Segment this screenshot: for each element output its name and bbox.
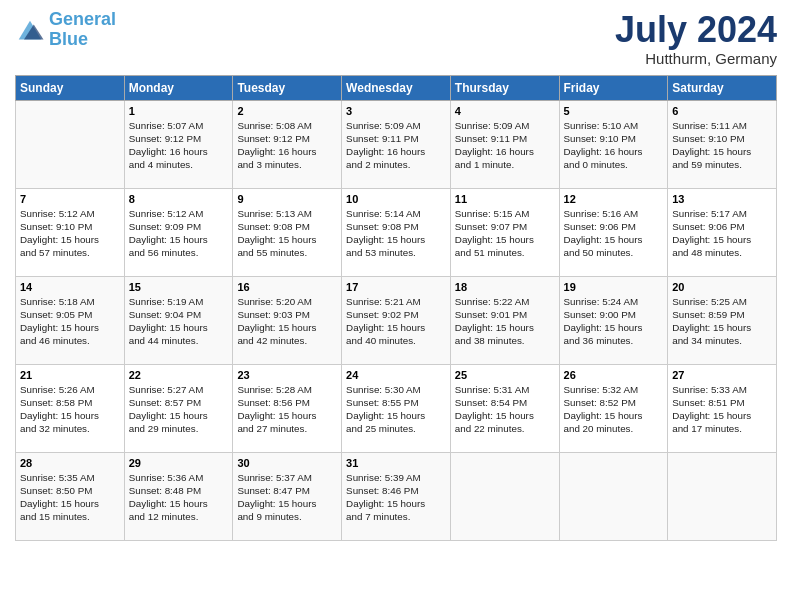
day-info: Sunrise: 5:21 AMSunset: 9:02 PMDaylight:…	[346, 295, 446, 348]
day-info: Sunrise: 5:31 AMSunset: 8:54 PMDaylight:…	[455, 383, 555, 436]
calendar-cell: 21Sunrise: 5:26 AMSunset: 8:58 PMDayligh…	[16, 364, 125, 452]
day-number: 21	[20, 369, 120, 381]
day-number: 8	[129, 193, 229, 205]
day-number: 30	[237, 457, 337, 469]
day-info: Sunrise: 5:15 AMSunset: 9:07 PMDaylight:…	[455, 207, 555, 260]
calendar-cell: 14Sunrise: 5:18 AMSunset: 9:05 PMDayligh…	[16, 276, 125, 364]
calendar-table: SundayMondayTuesdayWednesdayThursdayFrid…	[15, 75, 777, 541]
day-info: Sunrise: 5:17 AMSunset: 9:06 PMDaylight:…	[672, 207, 772, 260]
day-info: Sunrise: 5:14 AMSunset: 9:08 PMDaylight:…	[346, 207, 446, 260]
calendar-cell: 4Sunrise: 5:09 AMSunset: 9:11 PMDaylight…	[450, 100, 559, 188]
calendar-cell	[668, 452, 777, 540]
calendar-week-row: 7Sunrise: 5:12 AMSunset: 9:10 PMDaylight…	[16, 188, 777, 276]
calendar-cell: 22Sunrise: 5:27 AMSunset: 8:57 PMDayligh…	[124, 364, 233, 452]
calendar-cell: 28Sunrise: 5:35 AMSunset: 8:50 PMDayligh…	[16, 452, 125, 540]
day-number: 27	[672, 369, 772, 381]
calendar-cell: 20Sunrise: 5:25 AMSunset: 8:59 PMDayligh…	[668, 276, 777, 364]
calendar-cell: 7Sunrise: 5:12 AMSunset: 9:10 PMDaylight…	[16, 188, 125, 276]
page-container: General Blue July 2024 Hutthurm, Germany…	[0, 0, 792, 551]
day-info: Sunrise: 5:10 AMSunset: 9:10 PMDaylight:…	[564, 119, 664, 172]
day-number: 24	[346, 369, 446, 381]
day-info: Sunrise: 5:33 AMSunset: 8:51 PMDaylight:…	[672, 383, 772, 436]
day-info: Sunrise: 5:36 AMSunset: 8:48 PMDaylight:…	[129, 471, 229, 524]
calendar-cell: 26Sunrise: 5:32 AMSunset: 8:52 PMDayligh…	[559, 364, 668, 452]
day-number: 31	[346, 457, 446, 469]
day-number: 19	[564, 281, 664, 293]
day-number: 4	[455, 105, 555, 117]
month-title: July 2024	[615, 10, 777, 50]
day-info: Sunrise: 5:18 AMSunset: 9:05 PMDaylight:…	[20, 295, 120, 348]
day-info: Sunrise: 5:11 AMSunset: 9:10 PMDaylight:…	[672, 119, 772, 172]
day-number: 28	[20, 457, 120, 469]
weekday-header: Friday	[559, 75, 668, 100]
day-number: 11	[455, 193, 555, 205]
day-info: Sunrise: 5:27 AMSunset: 8:57 PMDaylight:…	[129, 383, 229, 436]
day-info: Sunrise: 5:20 AMSunset: 9:03 PMDaylight:…	[237, 295, 337, 348]
day-info: Sunrise: 5:13 AMSunset: 9:08 PMDaylight:…	[237, 207, 337, 260]
day-number: 22	[129, 369, 229, 381]
calendar-cell	[16, 100, 125, 188]
calendar-cell: 6Sunrise: 5:11 AMSunset: 9:10 PMDaylight…	[668, 100, 777, 188]
day-info: Sunrise: 5:28 AMSunset: 8:56 PMDaylight:…	[237, 383, 337, 436]
calendar-cell: 13Sunrise: 5:17 AMSunset: 9:06 PMDayligh…	[668, 188, 777, 276]
day-info: Sunrise: 5:07 AMSunset: 9:12 PMDaylight:…	[129, 119, 229, 172]
calendar-cell: 8Sunrise: 5:12 AMSunset: 9:09 PMDaylight…	[124, 188, 233, 276]
header: General Blue July 2024 Hutthurm, Germany	[15, 10, 777, 67]
day-info: Sunrise: 5:09 AMSunset: 9:11 PMDaylight:…	[455, 119, 555, 172]
weekday-header: Wednesday	[342, 75, 451, 100]
day-number: 23	[237, 369, 337, 381]
weekday-header: Saturday	[668, 75, 777, 100]
day-number: 14	[20, 281, 120, 293]
day-number: 2	[237, 105, 337, 117]
calendar-cell	[559, 452, 668, 540]
calendar-week-row: 21Sunrise: 5:26 AMSunset: 8:58 PMDayligh…	[16, 364, 777, 452]
calendar-cell: 29Sunrise: 5:36 AMSunset: 8:48 PMDayligh…	[124, 452, 233, 540]
day-number: 20	[672, 281, 772, 293]
logo-icon	[15, 15, 45, 45]
calendar-cell: 31Sunrise: 5:39 AMSunset: 8:46 PMDayligh…	[342, 452, 451, 540]
calendar-cell: 2Sunrise: 5:08 AMSunset: 9:12 PMDaylight…	[233, 100, 342, 188]
calendar-cell: 23Sunrise: 5:28 AMSunset: 8:56 PMDayligh…	[233, 364, 342, 452]
calendar-cell: 1Sunrise: 5:07 AMSunset: 9:12 PMDaylight…	[124, 100, 233, 188]
day-number: 12	[564, 193, 664, 205]
day-number: 16	[237, 281, 337, 293]
calendar-cell: 16Sunrise: 5:20 AMSunset: 9:03 PMDayligh…	[233, 276, 342, 364]
day-info: Sunrise: 5:19 AMSunset: 9:04 PMDaylight:…	[129, 295, 229, 348]
day-info: Sunrise: 5:32 AMSunset: 8:52 PMDaylight:…	[564, 383, 664, 436]
day-number: 13	[672, 193, 772, 205]
day-info: Sunrise: 5:08 AMSunset: 9:12 PMDaylight:…	[237, 119, 337, 172]
weekday-header: Thursday	[450, 75, 559, 100]
calendar-cell	[450, 452, 559, 540]
day-number: 17	[346, 281, 446, 293]
calendar-week-row: 1Sunrise: 5:07 AMSunset: 9:12 PMDaylight…	[16, 100, 777, 188]
weekday-header: Sunday	[16, 75, 125, 100]
day-info: Sunrise: 5:12 AMSunset: 9:10 PMDaylight:…	[20, 207, 120, 260]
calendar-cell: 9Sunrise: 5:13 AMSunset: 9:08 PMDaylight…	[233, 188, 342, 276]
calendar-cell: 19Sunrise: 5:24 AMSunset: 9:00 PMDayligh…	[559, 276, 668, 364]
title-block: July 2024 Hutthurm, Germany	[615, 10, 777, 67]
day-info: Sunrise: 5:16 AMSunset: 9:06 PMDaylight:…	[564, 207, 664, 260]
calendar-cell: 24Sunrise: 5:30 AMSunset: 8:55 PMDayligh…	[342, 364, 451, 452]
calendar-cell: 17Sunrise: 5:21 AMSunset: 9:02 PMDayligh…	[342, 276, 451, 364]
calendar-cell: 11Sunrise: 5:15 AMSunset: 9:07 PMDayligh…	[450, 188, 559, 276]
day-info: Sunrise: 5:25 AMSunset: 8:59 PMDaylight:…	[672, 295, 772, 348]
day-number: 3	[346, 105, 446, 117]
day-number: 15	[129, 281, 229, 293]
day-number: 10	[346, 193, 446, 205]
day-info: Sunrise: 5:22 AMSunset: 9:01 PMDaylight:…	[455, 295, 555, 348]
day-info: Sunrise: 5:35 AMSunset: 8:50 PMDaylight:…	[20, 471, 120, 524]
calendar-cell: 30Sunrise: 5:37 AMSunset: 8:47 PMDayligh…	[233, 452, 342, 540]
day-number: 1	[129, 105, 229, 117]
day-number: 5	[564, 105, 664, 117]
calendar-cell: 10Sunrise: 5:14 AMSunset: 9:08 PMDayligh…	[342, 188, 451, 276]
day-number: 7	[20, 193, 120, 205]
calendar-cell: 27Sunrise: 5:33 AMSunset: 8:51 PMDayligh…	[668, 364, 777, 452]
logo-text: General Blue	[49, 10, 116, 50]
logo: General Blue	[15, 10, 116, 50]
day-number: 29	[129, 457, 229, 469]
calendar-week-row: 28Sunrise: 5:35 AMSunset: 8:50 PMDayligh…	[16, 452, 777, 540]
day-number: 6	[672, 105, 772, 117]
location: Hutthurm, Germany	[615, 50, 777, 67]
calendar-week-row: 14Sunrise: 5:18 AMSunset: 9:05 PMDayligh…	[16, 276, 777, 364]
day-info: Sunrise: 5:09 AMSunset: 9:11 PMDaylight:…	[346, 119, 446, 172]
